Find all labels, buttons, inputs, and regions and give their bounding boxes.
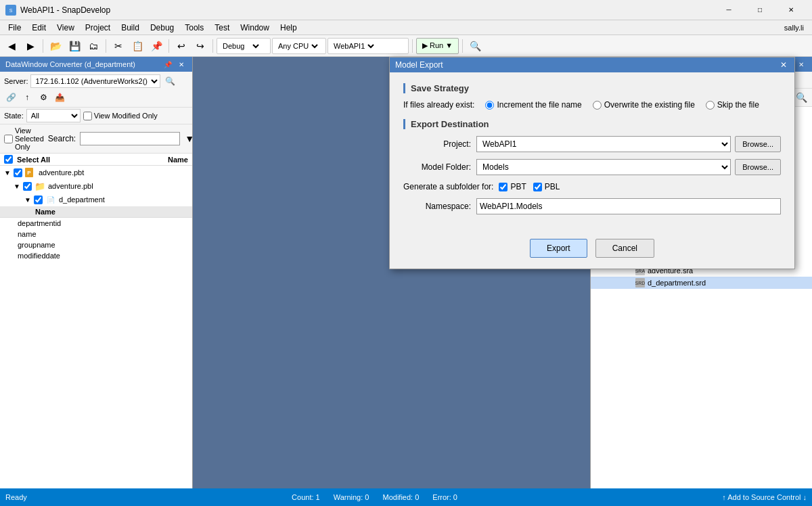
radio-skip-input[interactable] xyxy=(706,101,715,110)
project-select[interactable]: WebAPI1 xyxy=(331,41,376,51)
search-row: View Selected Only Search: ▼ xyxy=(0,124,192,154)
search-button[interactable]: 🔍 xyxy=(466,38,484,54)
connect-button[interactable]: 🔗 xyxy=(4,91,18,104)
copy-button[interactable]: 📋 xyxy=(129,38,146,54)
tree-item-pbt[interactable]: ▼ P adventure.pbt xyxy=(0,166,192,179)
save-strategy-label: Save Strategy xyxy=(403,83,781,93)
menu-project[interactable]: Project xyxy=(80,20,116,35)
refresh-button[interactable]: 🔍 xyxy=(163,74,177,88)
project-select-modal[interactable]: WebAPI1 xyxy=(476,136,731,152)
sub-row-modifieddate[interactable]: modifieddate xyxy=(0,250,192,261)
sol-d-department-srd[interactable]: ▼ SRD d_department.srd xyxy=(591,277,812,289)
generate-subfolder-row: Generate a subfolder for: PBT PBL xyxy=(403,182,781,191)
server-row: Server: 172.16.1.102 (AdventureWorks2() … xyxy=(0,72,192,108)
cancel-button[interactable]: Cancel xyxy=(595,239,654,258)
pbt-cb-label[interactable]: PBT xyxy=(499,182,526,191)
debug-config-dropdown[interactable]: Debug Release xyxy=(217,38,271,54)
toggle-dw[interactable]: ▼ xyxy=(24,196,34,204)
minimize-button[interactable]: ─ xyxy=(713,0,744,20)
paste-button[interactable]: 📌 xyxy=(148,38,165,54)
sol-close-button[interactable]: ✕ xyxy=(796,59,807,70)
radio-increment-input[interactable] xyxy=(485,101,494,110)
center-area: Model Export ✕ Save Strategy If files al… xyxy=(193,57,590,488)
subfolder-checkboxes: PBT PBL xyxy=(499,182,560,191)
pbl-cb-label[interactable]: PBL xyxy=(533,182,560,191)
cb-pbl[interactable] xyxy=(23,182,32,191)
back-button[interactable]: ◀ xyxy=(3,38,20,54)
cb-dw[interactable] xyxy=(34,196,43,204)
view-modified-checkbox[interactable] xyxy=(83,112,92,120)
menu-edit[interactable]: Edit xyxy=(26,20,51,35)
sub-name-col: Name xyxy=(35,208,55,216)
forward-button[interactable]: ▶ xyxy=(22,38,39,54)
menu-help[interactable]: Help xyxy=(275,20,302,35)
radio-overwrite-input[interactable] xyxy=(593,101,602,110)
toggle-pbt[interactable]: ▼ xyxy=(4,169,14,177)
tree-item-dw[interactable]: ▼ 📄 d_department xyxy=(0,193,192,206)
menu-tools[interactable]: Tools xyxy=(179,20,209,35)
toolbar-separator-1 xyxy=(43,39,43,53)
dw-icon: 📄 xyxy=(45,194,56,205)
undo-button[interactable]: ↩ xyxy=(173,38,190,54)
sub-row-groupname[interactable]: groupname xyxy=(0,239,192,250)
state-label: State: xyxy=(4,112,24,120)
cut-button[interactable]: ✂ xyxy=(110,38,127,54)
menu-debug[interactable]: Debug xyxy=(145,20,179,35)
radio-skip[interactable]: Skip the file xyxy=(706,100,759,110)
menu-view[interactable]: View xyxy=(51,20,80,35)
pbt-checkbox[interactable] xyxy=(499,183,508,191)
window-controls: ─ □ ✕ xyxy=(713,0,807,20)
run-button[interactable]: ▶ Run ▼ xyxy=(416,38,459,54)
disconnect-button[interactable]: ↑ xyxy=(20,91,34,104)
view-modified-label[interactable]: View Modified Only xyxy=(83,112,158,120)
sol-search-go[interactable]: 🔍 xyxy=(794,91,808,104)
tree-item-pbl[interactable]: ▼ 📁 adventure.pbl xyxy=(0,179,192,193)
modal-close-button[interactable]: ✕ xyxy=(778,60,789,70)
export-panel-button[interactable]: 📤 xyxy=(53,91,66,104)
radio-overwrite[interactable]: Overwrite the existing file xyxy=(593,100,695,110)
project-browse-button[interactable]: Browse... xyxy=(735,136,781,152)
cb-pbt[interactable] xyxy=(14,168,22,177)
close-button[interactable]: ✕ xyxy=(775,0,807,20)
save-button[interactable]: 💾 xyxy=(66,38,83,54)
panel-close-button[interactable]: ✕ xyxy=(176,59,187,70)
sub-table-header: Name xyxy=(0,206,192,218)
project-dropdown[interactable]: WebAPI1 xyxy=(328,38,409,54)
dw-label: d_department xyxy=(59,196,105,204)
platform-dropdown[interactable]: Any CPU x64 xyxy=(272,38,326,54)
pbt-label: adventure.pbt xyxy=(39,168,84,177)
open-button[interactable]: 📂 xyxy=(47,38,64,54)
sub-row-departmentid[interactable]: departmentid xyxy=(0,218,192,229)
select-all-label: Select All xyxy=(17,156,50,164)
app-icon: S xyxy=(5,5,16,16)
search-input[interactable] xyxy=(80,132,180,145)
menu-build[interactable]: Build xyxy=(116,20,145,35)
toggle-pbl[interactable]: ▼ xyxy=(14,183,23,190)
radio-increment[interactable]: Increment the file name xyxy=(485,100,581,110)
redo-button[interactable]: ↪ xyxy=(191,38,209,54)
sub-row-name[interactable]: name xyxy=(0,229,192,239)
namespace-input[interactable] xyxy=(476,198,781,214)
srd-icon: SRD xyxy=(635,278,645,288)
menu-file[interactable]: File xyxy=(3,20,26,35)
settings-button[interactable]: ⚙ xyxy=(37,91,50,104)
select-all-checkbox[interactable] xyxy=(4,155,13,164)
restore-button[interactable]: □ xyxy=(744,0,775,20)
menu-test[interactable]: Test xyxy=(209,20,235,35)
menu-window[interactable]: Window xyxy=(235,20,275,35)
pbl-checkbox[interactable] xyxy=(533,183,542,191)
debug-config-select[interactable]: Debug Release xyxy=(220,41,261,51)
save-all-button[interactable]: 🗂 xyxy=(85,38,102,54)
view-selected-label[interactable]: View Selected Only xyxy=(4,127,44,151)
pin-button[interactable]: 📌 xyxy=(162,59,173,70)
server-select[interactable]: 172.16.1.102 (AdventureWorks2() xyxy=(30,74,160,88)
model-folder-browse-button[interactable]: Browse... xyxy=(735,159,781,175)
platform-select[interactable]: Any CPU x64 xyxy=(275,41,320,51)
generate-label: Generate a subfolder for: xyxy=(403,182,493,191)
view-selected-checkbox[interactable] xyxy=(4,135,13,143)
model-folder-select[interactable]: Models xyxy=(476,159,731,175)
titlebar: S WebAPI1 - SnapDevelop ─ □ ✕ xyxy=(0,0,812,20)
export-button[interactable]: Export xyxy=(530,239,587,258)
state-select[interactable]: All xyxy=(26,109,81,122)
select-all-row: Select All Name xyxy=(0,154,192,166)
